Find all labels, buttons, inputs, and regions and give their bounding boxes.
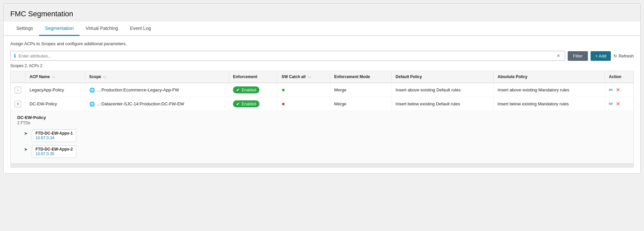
edit-button-1[interactable]: ✏ (609, 87, 613, 93)
enforcement-mode-cell-2: Merge (330, 97, 392, 111)
tab-virtual-patching[interactable]: Virtual Patching (80, 22, 124, 36)
delete-button-2[interactable]: ✕ (616, 101, 620, 107)
enabled-check-2: ✔ (236, 101, 240, 106)
expand-cell-1: › (11, 83, 26, 97)
red-dot-2: ● (281, 100, 285, 107)
add-button[interactable]: + Add (591, 51, 611, 61)
filter-button[interactable]: Filter (568, 51, 588, 61)
th-scope: Scope ↑↓ (85, 71, 229, 83)
sort-icon-acp[interactable]: ↑↓ (52, 75, 55, 79)
filter-row: ℹ × Filter + Add ↻ Refresh (10, 51, 634, 61)
th-absolute-policy: Absolute Policy (493, 71, 605, 83)
tab-segmentation[interactable]: Segmentation (39, 22, 80, 36)
ftd-item-2: ➤ FTD-DC-EW-Apps-2 10.67.0.35 (24, 145, 627, 158)
absolute-policy-cell-2: Insert below existing Mandatory rules (493, 97, 605, 111)
refresh-icon: ↻ (613, 54, 617, 58)
tab-event-log[interactable]: Event Log (124, 22, 157, 36)
ftd-ip-1: 10.67.0.34 (36, 136, 73, 140)
default-policy-cell-1: Insert above existing Default rules (392, 83, 493, 97)
tree-arrow-2: ➤ (24, 147, 28, 152)
page-title: FMC Segmentation (4, 4, 640, 22)
sw-catch-all-cell-1: ● (277, 83, 330, 97)
scope-icon-1: 🌐 (89, 87, 95, 93)
counts-row: Scopes 2, ACPs 2 (10, 63, 634, 68)
tree-arrow-1: ➤ (24, 131, 28, 136)
enforcement-cell-2: ✔ Enabled (229, 97, 277, 111)
scope-cell-1: 🌐 ...:Production:Ecommerce-Legacy-App-FW (85, 83, 229, 97)
refresh-label: Refresh (618, 54, 634, 58)
expand-button-2[interactable]: ∨ (15, 101, 21, 107)
action-cell-2: ✏ ✕ (605, 97, 633, 111)
enforcement-cell-1: ✔ Enabled (229, 83, 277, 97)
expanded-detail-row: DC-EW-Policy 2 FTDs ➤ (11, 111, 633, 164)
scope-cell-2: 🌐 ...:Datacenter-SJC-14:Production:DC-FW… (85, 97, 229, 111)
table-row: ∨ DC-EW-Policy 🌐 ...:Datacenter-SJC-14:P… (11, 97, 633, 111)
scope-icon-2: 🌐 (89, 101, 95, 107)
table-container: ACP Name ↑↓ Scope ↑↓ Enforcement SW Catc… (10, 71, 634, 164)
delete-button-1[interactable]: ✕ (616, 87, 620, 93)
th-enforcement: Enforcement (229, 71, 277, 83)
th-sw-catch-all: SW Catch all ↑↓ (277, 71, 330, 83)
expand-cell-2: ∨ (11, 97, 26, 111)
sort-icon-scope[interactable]: ↑↓ (103, 75, 107, 79)
ftd-tree: ➤ FTD-DC-EW-Apps-1 10.67.0.34 (24, 129, 627, 158)
main-table: ACP Name ↑↓ Scope ↑↓ Enforcement SW Catc… (11, 71, 633, 164)
sw-catch-all-cell-2: ● (277, 97, 330, 111)
expanded-ftd-count: 2 FTDs (17, 121, 627, 125)
acp-name-cell-2: DC-EW-Policy (26, 97, 85, 111)
filter-input-wrap: ℹ × (10, 51, 565, 61)
th-enforcement-mode: Enforcement Mode (330, 71, 392, 83)
expand-button-1[interactable]: › (15, 87, 21, 93)
table-header-row: ACP Name ↑↓ Scope ↑↓ Enforcement SW Catc… (11, 71, 633, 83)
table-row: › LegacyApp-Policy 🌐 ...:Production:Ecom… (11, 83, 633, 97)
green-dot-1: ● (281, 86, 285, 93)
description-text: Assign ACPs to Scopes and configure addi… (10, 41, 634, 46)
th-action: Action (605, 71, 633, 83)
edit-button-2[interactable]: ✏ (609, 101, 613, 107)
filter-input[interactable] (19, 54, 553, 58)
ftd-name-2: FTD-DC-EW-Apps-2 (36, 147, 73, 152)
ftd-ip-2: 10.67.0.35 (36, 152, 73, 156)
action-cell-1: ✏ ✕ (605, 83, 633, 97)
tabs-bar: Settings Segmentation Virtual Patching E… (4, 22, 640, 36)
info-icon: ℹ (14, 53, 16, 59)
sort-icon-sw[interactable]: ↑↓ (308, 75, 311, 79)
enforcement-mode-cell-1: Merge (330, 83, 392, 97)
default-policy-cell-2: Insert below existing Default rules (392, 97, 493, 111)
ftd-name-1: FTD-DC-EW-Apps-1 (36, 131, 73, 136)
ftd-box-1: FTD-DC-EW-Apps-1 10.67.0.34 (32, 129, 76, 142)
ftd-item-1: ➤ FTD-DC-EW-Apps-1 10.67.0.34 (24, 129, 627, 142)
th-expand (11, 71, 26, 83)
th-default-policy: Default Policy (392, 71, 493, 83)
th-acp-name: ACP Name ↑↓ (26, 71, 85, 83)
expanded-detail-cell: DC-EW-Policy 2 FTDs ➤ (11, 111, 633, 164)
clear-button[interactable]: × (556, 53, 561, 59)
ftd-box-2: FTD-DC-EW-Apps-2 10.67.0.35 (32, 145, 76, 158)
expanded-policy-name: DC-EW-Policy (17, 115, 627, 120)
acp-name-cell-1: LegacyApp-Policy (26, 83, 85, 97)
enabled-check-1: ✔ (236, 87, 240, 92)
absolute-policy-cell-1: Insert above existing Mandatory rules (493, 83, 605, 97)
tab-settings[interactable]: Settings (10, 22, 39, 36)
scrollbar-area[interactable] (10, 164, 634, 168)
refresh-button[interactable]: ↻ Refresh (613, 54, 634, 58)
